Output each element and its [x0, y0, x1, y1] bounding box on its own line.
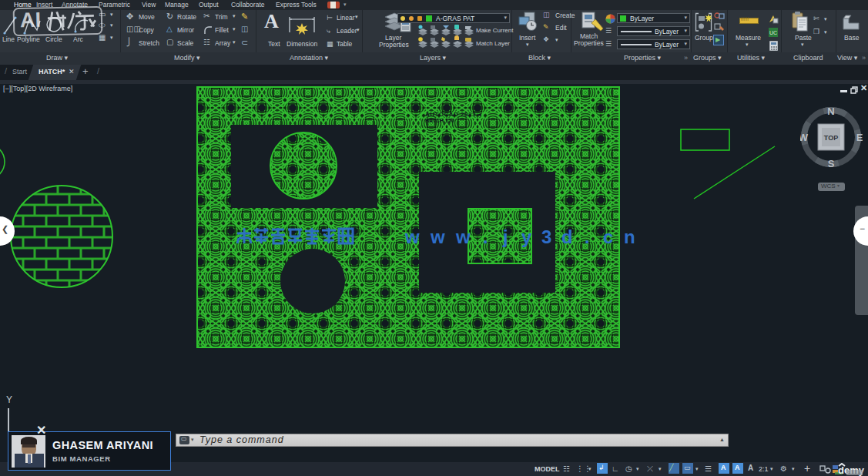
- svg-text:N: N: [827, 106, 834, 117]
- svg-text:www.jy3d.cn: www.jy3d.cn: [404, 226, 635, 247]
- svg-text:S: S: [828, 158, 835, 168]
- svg-text:TOP: TOP: [824, 134, 838, 142]
- svg-text:E: E: [856, 132, 863, 143]
- svg-text:W: W: [800, 132, 809, 143]
- svg-text:UC: UC: [769, 30, 777, 35]
